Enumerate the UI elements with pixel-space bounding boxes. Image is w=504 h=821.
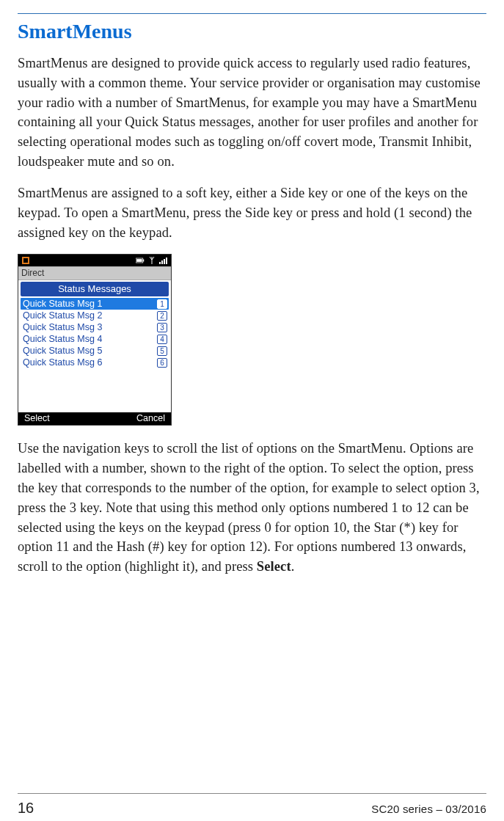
paragraph-3-post: . — [291, 559, 295, 574]
radio-menu-item[interactable]: Quick Status Msg 11 — [21, 298, 169, 310]
direct-mode-icon — [21, 257, 30, 264]
paragraph-2: SmartMenus are assigned to a soft key, e… — [18, 183, 486, 242]
radio-menu-item[interactable]: Quick Status Msg 44 — [21, 333, 169, 345]
radio-menu-item[interactable]: Quick Status Msg 55 — [21, 345, 169, 357]
radio-menu-item-label: Quick Status Msg 2 — [23, 310, 102, 321]
section-heading: SmartMenus — [18, 20, 486, 43]
page-footer: 16 SC20 series – 03/2016 — [18, 793, 486, 817]
softkey-right[interactable]: Cancel — [136, 413, 165, 423]
radio-status-bar — [18, 255, 171, 266]
radio-menu-item-number: 6 — [157, 358, 167, 368]
svg-rect-8 — [159, 262, 161, 264]
radio-menu-item-label: Quick Status Msg 6 — [23, 357, 102, 368]
svg-rect-9 — [161, 260, 163, 264]
svg-rect-3 — [136, 259, 142, 262]
radio-softkey-bar: Select Cancel — [18, 412, 171, 425]
radio-menu-item-label: Quick Status Msg 1 — [23, 299, 102, 309]
radio-menu-list: Quick Status Msg 11Quick Status Msg 22Qu… — [18, 298, 171, 370]
radio-list-blank — [18, 370, 171, 412]
paragraph-3: Use the navigation keys to scroll the li… — [18, 439, 486, 577]
svg-rect-4 — [143, 260, 145, 262]
svg-rect-10 — [164, 259, 165, 264]
radio-menu-item-label: Quick Status Msg 3 — [23, 322, 102, 332]
radio-menu-item-label: Quick Status Msg 4 — [23, 334, 102, 344]
radio-menu-item[interactable]: Quick Status Msg 66 — [21, 357, 169, 368]
radio-menu-item-number: 5 — [157, 346, 167, 356]
radio-menu-item-number: 3 — [157, 323, 167, 332]
paragraph-3-bold: Select — [257, 559, 291, 574]
paragraph-1: SmartMenus are designed to provide quick… — [18, 54, 486, 172]
paragraph-3-pre: Use the navigation keys to scroll the li… — [18, 441, 480, 574]
radio-menu-item[interactable]: Quick Status Msg 22 — [21, 310, 169, 321]
page-number: 16 — [18, 800, 34, 817]
document-id: SC20 series – 03/2016 — [371, 803, 486, 815]
svg-rect-1 — [23, 258, 28, 263]
antenna-icon — [147, 257, 156, 264]
top-rule — [18, 13, 486, 14]
radio-menu-item[interactable]: Quick Status Msg 33 — [21, 321, 169, 333]
radio-menu-item-number: 4 — [157, 335, 167, 344]
battery-icon — [136, 257, 145, 264]
svg-rect-11 — [166, 258, 167, 264]
radio-menu-item-number: 2 — [157, 311, 167, 321]
signal-icon — [159, 257, 168, 264]
softkey-left[interactable]: Select — [24, 413, 50, 423]
radio-mode-label: Direct — [18, 266, 171, 280]
radio-screenshot: Direct Status Messages Quick Status Msg … — [18, 254, 172, 426]
radio-menu-title: Status Messages — [21, 282, 169, 296]
radio-menu-item-number: 1 — [157, 299, 167, 309]
radio-menu-item-label: Quick Status Msg 5 — [23, 346, 102, 356]
